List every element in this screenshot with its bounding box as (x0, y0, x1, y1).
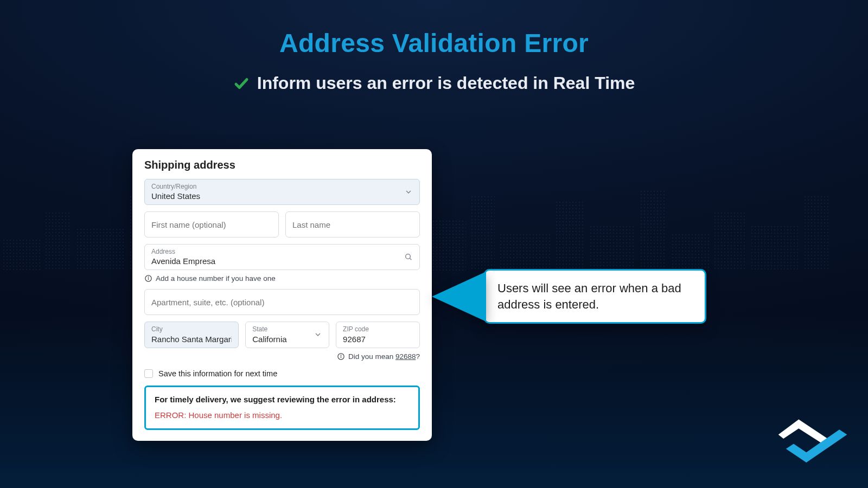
error-box: For timely delivery, we suggest reviewin… (144, 386, 420, 430)
svg-point-4 (148, 277, 149, 278)
city-input[interactable] (151, 335, 232, 344)
last-name-field[interactable] (285, 211, 420, 237)
city-label: City (151, 326, 232, 333)
info-icon (337, 352, 345, 361)
apartment-field[interactable] (144, 289, 420, 315)
first-name-input[interactable] (151, 220, 272, 229)
svg-marker-8 (778, 419, 829, 445)
city-field[interactable]: City (144, 322, 239, 348)
save-info-label: Save this information for next time (158, 369, 277, 378)
zip-field[interactable]: ZIP code (336, 322, 420, 348)
apartment-input[interactable] (151, 298, 413, 307)
shipping-address-card: Shipping address Country/Region United S… (132, 149, 432, 441)
svg-point-7 (341, 355, 341, 355)
address-hint-text: Add a house number if you have one (156, 274, 276, 282)
brand-logo-icon (768, 414, 850, 474)
zip-hint: Did you mean 92688? (144, 352, 420, 361)
state-label: State (252, 326, 322, 333)
chevron-down-icon (404, 188, 413, 196)
country-label: Country/Region (151, 183, 413, 190)
background-skyline (0, 163, 868, 271)
svg-point-0 (406, 254, 411, 259)
country-value: United States (151, 191, 413, 201)
country-select[interactable]: Country/Region United States (144, 179, 420, 205)
state-value: California (252, 335, 322, 344)
zip-label: ZIP code (343, 326, 413, 333)
background-gradient (0, 314, 868, 488)
form-heading: Shipping address (144, 159, 420, 171)
zip-hint-text: Did you mean 92688? (348, 352, 420, 361)
subtitle-row: Inform users an error is detected in Rea… (0, 73, 868, 93)
address-hint: Add a house number if you have one (144, 274, 420, 282)
callout: Users will see an error when a bad addre… (432, 269, 706, 324)
callout-text: Users will see an error when a bad addre… (497, 281, 681, 311)
zip-input[interactable] (343, 335, 413, 344)
chevron-down-icon (314, 330, 322, 339)
callout-pointer-icon (432, 272, 486, 322)
address-label: Address (151, 248, 413, 255)
page-title: Address Validation Error (0, 28, 868, 58)
checkbox-icon[interactable] (144, 369, 153, 378)
zip-suggestion-link[interactable]: 92688 (395, 352, 416, 361)
subtitle-text: Inform users an error is detected in Rea… (257, 73, 635, 93)
address-input[interactable] (151, 256, 413, 266)
callout-box: Users will see an error when a bad addre… (484, 269, 706, 324)
check-icon (233, 75, 250, 92)
state-select[interactable]: State California (245, 322, 329, 348)
error-lead: For timely delivery, we suggest reviewin… (155, 395, 410, 404)
last-name-input[interactable] (292, 220, 413, 229)
info-icon (144, 274, 152, 282)
search-icon (404, 253, 413, 261)
address-field[interactable]: Address (144, 244, 420, 270)
svg-line-1 (410, 258, 411, 260)
save-info-checkbox-row[interactable]: Save this information for next time (144, 369, 420, 378)
error-message: ERROR: House number is missing. (155, 410, 410, 420)
first-name-field[interactable] (144, 211, 279, 237)
